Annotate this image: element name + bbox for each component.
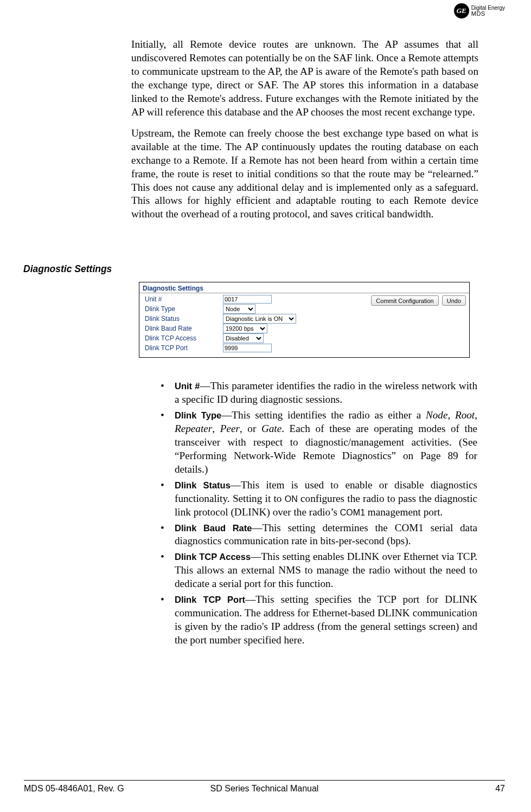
input-unit-number[interactable] bbox=[223, 295, 272, 304]
footer-doc-id: MDS 05-4846A01, Rev. G bbox=[24, 784, 124, 794]
label-dlink-baud: Dlink Baud Rate bbox=[143, 325, 223, 332]
row-dlink-status: Dlink Status Diagnostic Link is ON bbox=[143, 314, 371, 324]
ge-monogram-icon: GE bbox=[454, 3, 469, 18]
select-dlink-tcp-access[interactable]: Disabled bbox=[223, 333, 264, 343]
term-dlink-type: Dlink Type bbox=[175, 410, 221, 420]
page-footer: MDS 05-4846A01, Rev. G SD Series Technic… bbox=[24, 780, 505, 794]
label-unit-number: Unit # bbox=[143, 295, 223, 303]
bullet-dlink-tcp-access: Dlink TCP Access—This setting enables DL… bbox=[161, 550, 477, 591]
term-dlink-tcp-port: Dlink TCP Port bbox=[175, 595, 245, 604]
paragraph-1: Initially, all Remote device routes are … bbox=[131, 38, 478, 119]
panel-title: Diagnostic Settings bbox=[139, 282, 469, 293]
diagnostic-settings-panel: Diagnostic Settings Unit # Dlink Type No… bbox=[139, 282, 470, 358]
undo-button[interactable]: Undo bbox=[442, 295, 466, 306]
logo-line1: Digital Energy bbox=[471, 5, 505, 11]
row-dlink-tcp-port: Dlink TCP Port bbox=[143, 343, 371, 353]
bullet-dlink-baud: Dlink Baud Rate—This setting determines … bbox=[161, 521, 477, 549]
term-unit-number: Unit # bbox=[175, 381, 200, 391]
footer-page-number: 47 bbox=[495, 784, 505, 794]
paragraph-2: Upstream, the Remote can freely choose t… bbox=[131, 127, 478, 222]
row-dlink-type: Dlink Type Node bbox=[143, 304, 371, 314]
row-dlink-baud: Dlink Baud Rate 19200 bps bbox=[143, 324, 371, 333]
label-dlink-type: Dlink Type bbox=[143, 305, 223, 313]
commit-configuration-button[interactable]: Commit Configuration bbox=[371, 295, 438, 306]
label-dlink-tcp-access: Dlink TCP Access bbox=[143, 334, 223, 342]
bullet-dlink-status: Dlink Status—This item is used to enable… bbox=[161, 479, 477, 519]
logo-text: Digital Energy MDS bbox=[471, 5, 505, 17]
section-heading-diagnostic-settings: Diagnostic Settings bbox=[23, 263, 112, 275]
term-dlink-baud: Dlink Baud Rate bbox=[175, 523, 252, 533]
bullet-list: Unit #—This parameter identifies the rad… bbox=[161, 379, 477, 649]
input-dlink-tcp-port[interactable] bbox=[223, 344, 272, 352]
row-dlink-tcp-access: Dlink TCP Access Disabled bbox=[143, 333, 371, 343]
body-text: Initially, all Remote device routes are … bbox=[131, 38, 478, 229]
row-unit: Unit # bbox=[143, 294, 371, 304]
select-dlink-status[interactable]: Diagnostic Link is ON bbox=[223, 314, 296, 324]
logo-line2: MDS bbox=[471, 11, 505, 17]
label-dlink-tcp-port: Dlink TCP Port bbox=[143, 344, 223, 352]
term-dlink-tcp-access: Dlink TCP Access bbox=[175, 552, 251, 562]
panel-fields: Unit # Dlink Type Node Dlink Status Diag… bbox=[143, 294, 371, 353]
term-dlink-status: Dlink Status bbox=[175, 480, 231, 490]
header-logo: GE Digital Energy MDS bbox=[454, 3, 505, 18]
bullet-unit-number: Unit #—This parameter identifies the rad… bbox=[161, 379, 477, 407]
select-dlink-baud[interactable]: 19200 bps bbox=[223, 324, 267, 333]
label-dlink-status: Dlink Status bbox=[143, 315, 223, 323]
select-dlink-type[interactable]: Node bbox=[223, 304, 255, 314]
bullet-dlink-type: Dlink Type—This setting identifies the r… bbox=[161, 409, 477, 476]
bullet-dlink-tcp-port: Dlink TCP Port—This setting specifies th… bbox=[161, 593, 477, 647]
panel-buttons: Commit Configuration Undo bbox=[371, 294, 466, 353]
